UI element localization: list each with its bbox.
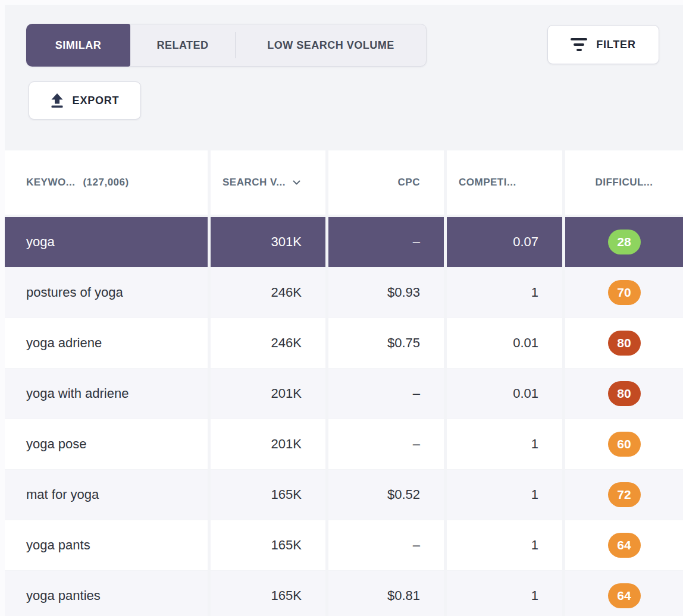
filter-button[interactable]: FILTER: [547, 25, 659, 64]
tab-low-search-volume[interactable]: LOW SEARCH VOLUME: [236, 24, 426, 66]
keyword-column-label: KEYWO...: [26, 177, 75, 188]
difficulty-cell: 60: [565, 419, 683, 469]
upload-icon: [51, 93, 64, 108]
competition-cell: 1: [447, 571, 562, 616]
competition-cell: 1: [447, 470, 562, 520]
difficulty-badge: 28: [608, 230, 641, 254]
filter-button-label: FILTER: [596, 39, 635, 51]
tab-related[interactable]: RELATED: [130, 24, 235, 66]
keyword-cell: yoga pants: [5, 520, 208, 570]
competition-cell: 1: [447, 419, 562, 469]
search-volume-cell: 301K: [211, 217, 325, 267]
search-volume-cell: 201K: [211, 369, 325, 419]
difficulty-badge: 64: [608, 583, 641, 608]
search-volume-cell: 246K: [211, 318, 325, 368]
export-button-label: EXPORT: [73, 95, 120, 107]
sort-desc-chevron-icon: [292, 180, 301, 186]
difficulty-badge: 80: [608, 381, 641, 406]
table-row[interactable]: yoga 301K – 0.07 28: [5, 217, 683, 267]
search-volume-cell: 201K: [211, 419, 325, 469]
table-row[interactable]: mat for yoga 165K $0.52 1 72: [5, 470, 683, 520]
difficulty-badge: 72: [608, 482, 641, 507]
competition-cell: 0.01: [447, 318, 562, 368]
column-header-competition[interactable]: COMPETI...: [447, 150, 562, 215]
keyword-cell: yoga panties: [5, 571, 208, 616]
content-area: SIMILAR RELATED LOW SEARCH VOLUME FILTER…: [5, 5, 683, 616]
keyword-cell: postures of yoga: [5, 268, 208, 318]
difficulty-badge: 70: [608, 280, 641, 305]
column-header-search-volume[interactable]: SEARCH V...: [211, 150, 325, 215]
difficulty-cell: 64: [565, 520, 683, 570]
filter-icon: [571, 38, 587, 51]
difficulty-badge: 60: [608, 432, 641, 457]
difficulty-cell: 80: [565, 318, 683, 368]
cpc-cell: $0.81: [328, 571, 444, 616]
keywords-table: KEYWO... (127,006) SEARCH V... CPC COMPE…: [5, 150, 683, 616]
difficulty-badge: 80: [608, 331, 641, 356]
competition-cell: 1: [447, 520, 562, 570]
cpc-cell: –: [328, 520, 444, 570]
keyword-cell: yoga: [5, 217, 208, 267]
keyword-cell: yoga pose: [5, 419, 208, 469]
difficulty-cell: 70: [565, 268, 683, 318]
keyword-cell: yoga with adriene: [5, 369, 208, 419]
table-row[interactable]: postures of yoga 246K $0.93 1 70: [5, 268, 683, 318]
table-row[interactable]: yoga with adriene 201K – 0.01 80: [5, 369, 683, 419]
column-header-keyword[interactable]: KEYWO... (127,006): [5, 150, 208, 215]
keyword-cell: mat for yoga: [5, 470, 208, 520]
cpc-cell: $0.52: [328, 470, 444, 520]
search-volume-column-label: SEARCH V...: [223, 177, 286, 188]
table-row[interactable]: yoga panties 165K $0.81 1 64: [5, 571, 683, 616]
cpc-cell: –: [328, 419, 444, 469]
column-header-cpc[interactable]: CPC: [328, 150, 444, 215]
cpc-cell: $0.93: [328, 268, 444, 318]
cpc-cell: –: [328, 369, 444, 419]
cpc-cell: $0.75: [328, 318, 444, 368]
cpc-cell: –: [328, 217, 444, 267]
search-volume-cell: 165K: [211, 571, 325, 616]
keyword-cell: yoga adriene: [5, 318, 208, 368]
competition-cell: 0.01: [447, 369, 562, 419]
search-volume-cell: 165K: [211, 520, 325, 570]
tab-bar: SIMILAR RELATED LOW SEARCH VOLUME: [26, 24, 427, 67]
export-button[interactable]: EXPORT: [29, 81, 141, 120]
difficulty-cell: 72: [565, 470, 683, 520]
table-row[interactable]: yoga pants 165K – 1 64: [5, 520, 683, 570]
difficulty-cell: 80: [565, 369, 683, 419]
search-volume-cell: 246K: [211, 268, 325, 318]
competition-cell: 0.07: [447, 217, 562, 267]
difficulty-cell: 28: [565, 217, 683, 267]
difficulty-cell: 64: [565, 571, 683, 616]
keyword-count: (127,006): [83, 177, 129, 188]
tab-similar[interactable]: SIMILAR: [26, 24, 130, 67]
difficulty-badge: 64: [608, 533, 641, 558]
competition-cell: 1: [447, 268, 562, 318]
keyword-tool-page: SIMILAR RELATED LOW SEARCH VOLUME FILTER…: [0, 0, 683, 616]
search-volume-cell: 165K: [211, 470, 325, 520]
column-header-difficulty[interactable]: DIFFICUL...: [565, 150, 683, 215]
table-row[interactable]: yoga pose 201K – 1 60: [5, 419, 683, 469]
table-row[interactable]: yoga adriene 246K $0.75 0.01 80: [5, 318, 683, 368]
table-body: yoga 301K – 0.07 28 postures of yoga 246…: [5, 217, 683, 616]
table-header-row: KEYWO... (127,006) SEARCH V... CPC COMPE…: [5, 150, 683, 215]
